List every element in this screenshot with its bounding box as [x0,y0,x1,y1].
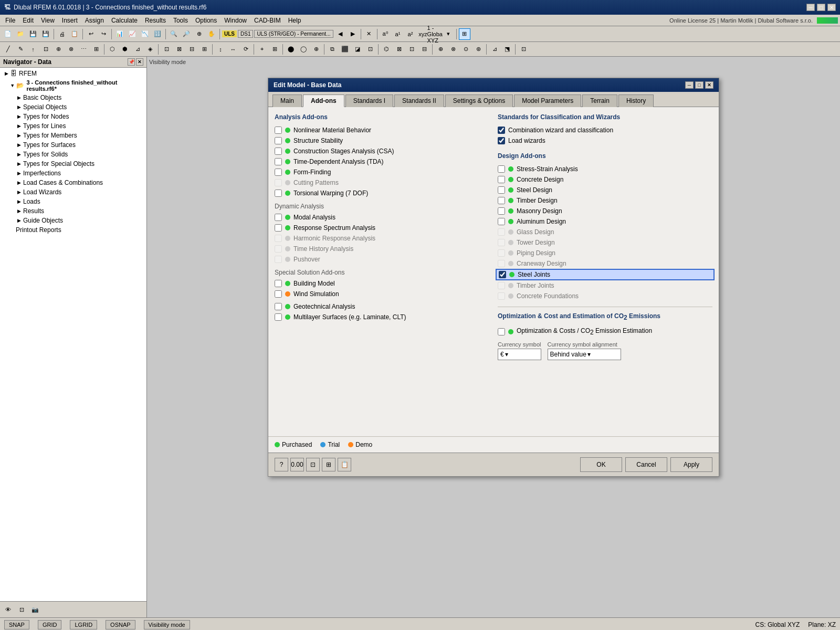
nav-item-project[interactable]: ▼ 📂 3 - Connections finished_without res… [1,78,145,93]
tb2-38[interactable]: ⬔ [501,44,513,55]
nav-item-types-surfaces[interactable]: ▶ Types for Surfaces [1,140,145,150]
expand-special[interactable]: ▶ [16,104,22,110]
tab-settings[interactable]: Settings & Options [445,94,513,107]
expand-types-lines[interactable]: ▶ [16,123,22,129]
tb2-29[interactable]: ⌬ [381,44,392,55]
tb2-12[interactable]: ◈ [144,44,156,55]
structure-stability-checkbox[interactable] [275,137,282,144]
csa-label[interactable]: Construction Stages Analysis (CSA) [293,148,394,155]
expand-results[interactable]: ▶ [16,208,22,214]
ok-button[interactable]: OK [580,457,622,472]
timber-design-label[interactable]: Timber Design [517,197,558,204]
nav-item-imperfections[interactable]: ▶ Imperfections [1,169,145,178]
menu-results[interactable]: Results [142,16,169,25]
tda-label[interactable]: Time-Dependent Analysis (TDA) [293,158,384,165]
tb2-6[interactable]: ⊗ [65,44,77,55]
tb-print[interactable]: 🖨 [56,28,68,40]
navigator-close-button[interactable]: ✕ [136,58,143,66]
torsional-warping-label[interactable]: Torsional Warping (7 DOF) [293,190,368,197]
aluminum-design-label[interactable]: Aluminum Design [517,218,566,225]
tab-terrain[interactable]: Terrain [582,94,617,107]
tb2-36[interactable]: ⊛ [472,44,484,55]
tb2-7[interactable]: ⋯ [78,44,89,55]
optimization-checkbox[interactable] [498,328,505,335]
tb2-16[interactable]: ⊞ [198,44,210,55]
tb2-19[interactable]: ⟳ [240,44,251,55]
timber-design-checkbox[interactable] [498,197,505,204]
steel-joints-label[interactable]: Steel Joints [518,271,550,278]
concrete-design-checkbox[interactable] [498,176,505,183]
nav-item-loads[interactable]: ▶ Loads [1,197,145,206]
expand-types-solids[interactable]: ▶ [16,151,22,158]
geotechnical-label[interactable]: Geotechnical Analysis [293,303,355,310]
status-grid[interactable]: GRID [38,620,62,629]
tb2-23[interactable]: ◯ [298,44,309,55]
tab-addons[interactable]: Add-ons [303,94,344,107]
steel-design-checkbox[interactable] [498,186,505,194]
status-lgrid[interactable]: LGRID [70,620,97,629]
menu-options[interactable]: Options [192,16,220,25]
geotechnical-checkbox[interactable] [275,303,282,310]
dialog-help-button[interactable]: ? [275,458,288,471]
aluminum-design-checkbox[interactable] [498,218,505,225]
torsional-warping-checkbox[interactable] [275,190,282,197]
tb-zoom[interactable]: 🔎 [181,28,192,40]
tb2-5[interactable]: ⊕ [52,44,64,55]
status-osnap[interactable]: OSNAP [106,620,135,629]
tb2-9[interactable]: ⬡ [107,44,118,55]
navigator-header-btns[interactable]: 📌 ✕ [128,58,143,66]
tda-checkbox[interactable] [275,158,282,165]
tb2-3[interactable]: ↑ [27,44,39,55]
expand-guide[interactable]: ▶ [16,217,22,224]
tab-standards1[interactable]: Standards I [345,94,393,107]
dialog-title-buttons[interactable]: ─ □ ✕ [685,81,713,89]
tb-a2[interactable]: a¹ [392,28,404,40]
tb-open[interactable]: 📁 [15,28,26,40]
expand-load-wizards[interactable]: ▶ [16,189,22,195]
nav-eye-button[interactable]: 👁 [2,604,14,615]
nav-view-button[interactable]: ⊡ [16,604,27,615]
tb-a1[interactable]: a⁰ [380,28,391,40]
expand-basic[interactable]: ▶ [16,94,22,101]
nav-item-types-lines[interactable]: ▶ Types for Lines [1,121,145,131]
nav-cam-button[interactable]: 📷 [29,604,41,615]
concrete-design-label[interactable]: Concrete Design [517,176,563,183]
stress-strain-checkbox[interactable] [498,165,505,173]
tb2-34[interactable]: ⊗ [447,44,459,55]
tb-calc3[interactable]: 📉 [139,28,151,40]
modal-checkbox[interactable] [275,214,282,221]
tb2-24[interactable]: ⊕ [310,44,322,55]
tb-calc2[interactable]: 📈 [127,28,138,40]
menu-view[interactable]: View [38,16,58,25]
dialog-close-button[interactable]: ✕ [705,81,713,89]
nav-item-load-wizards[interactable]: ▶ Load Wizards [1,187,145,197]
menu-file[interactable]: File [2,16,18,25]
tb-next[interactable]: ▶ [347,28,359,40]
tb2-18[interactable]: ↔ [227,44,239,55]
tb-prev[interactable]: ◀ [334,28,346,40]
title-bar-controls[interactable]: ─ □ ✕ [806,4,836,11]
steel-joints-checkbox[interactable] [499,271,506,278]
building-model-checkbox[interactable] [275,280,282,287]
tb-search[interactable]: 🔍 [168,28,180,40]
multilayer-checkbox[interactable] [275,313,282,321]
tab-standards2[interactable]: Standards II [394,94,444,107]
tb2-22[interactable]: ⬤ [285,44,297,55]
dialog-copy-button[interactable]: 📋 [338,458,351,471]
response-spectrum-label[interactable]: Response Spectrum Analysis [293,224,375,232]
tb-undo[interactable]: ↩ [85,28,97,40]
modal-label[interactable]: Modal Analysis [293,214,335,221]
tb-cursor[interactable]: ⊕ [193,28,205,40]
currency-alignment-select[interactable]: Behind value ▾ [548,349,621,360]
nav-item-special-objects[interactable]: ▶ Special Objects [1,102,145,112]
tb2-8[interactable]: ⊞ [90,44,102,55]
tb2-21[interactable]: ⊞ [269,44,280,55]
tb2-30[interactable]: ⊠ [393,44,405,55]
nav-item-load-cases[interactable]: ▶ Load Cases & Combinations [1,178,145,187]
nav-item-results[interactable]: ▶ Results [1,206,145,216]
tb2-11[interactable]: ⊿ [132,44,143,55]
tb2-28[interactable]: ⊡ [364,44,376,55]
nav-item-printout[interactable]: Printout Reports [1,225,145,235]
nav-item-types-solids[interactable]: ▶ Types for Solids [1,150,145,159]
expand-imperfections[interactable]: ▶ [16,170,22,176]
